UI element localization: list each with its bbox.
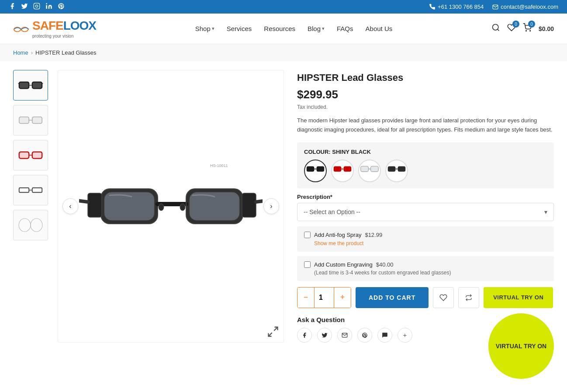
prescription-label: Prescription* — [297, 194, 554, 200]
svg-line-46 — [269, 333, 272, 336]
share-pinterest-button[interactable] — [357, 328, 372, 343]
thumbnail-1[interactable] — [13, 70, 48, 101]
breadcrumb-home[interactable]: Home — [13, 49, 28, 56]
breadcrumb-current: HIPSTER Lead Glasses — [35, 49, 96, 56]
addon-engraving-row: Add Custom Engraving $40.00 — [304, 261, 547, 268]
svg-rect-23 — [19, 152, 29, 159]
header: SAFELOOX protecting your vision Shop Ser… — [0, 14, 567, 44]
svg-point-2 — [46, 3, 47, 4]
wishlist-badge: 0 — [512, 21, 519, 28]
svg-rect-17 — [19, 117, 29, 124]
svg-point-42 — [159, 204, 164, 211]
add-to-cart-button[interactable]: ADD TO CART — [356, 287, 429, 308]
logo[interactable]: SAFELOOX protecting your vision — [13, 19, 96, 38]
addon-engraving-name: Add Custom Engraving — [314, 261, 373, 268]
addon-antifog-checkbox[interactable] — [304, 232, 311, 238]
header-icons: 0 0 $0.00 — [491, 23, 554, 34]
svg-rect-0 — [34, 3, 39, 9]
quantity-input[interactable] — [314, 287, 334, 308]
thumbnail-5[interactable] — [13, 210, 48, 240]
phone-info[interactable]: +61 1300 766 854 — [429, 3, 484, 10]
main-image-svg: HS-10011 — [79, 141, 263, 272]
compare-button[interactable] — [458, 287, 479, 308]
share-twitter-button[interactable] — [317, 328, 332, 343]
nav-resources[interactable]: Resources — [264, 25, 295, 32]
thumbnail-list — [13, 70, 52, 343]
share-email-button[interactable] — [337, 328, 352, 343]
product-info: HIPSTER Lead Glasses $299.95 Tax include… — [297, 70, 554, 343]
addon-engraving-section: Add Custom Engraving $40.00 (Lead time i… — [297, 256, 554, 281]
linkedin-link[interactable] — [45, 3, 52, 11]
social-links — [9, 3, 65, 11]
facebook-link[interactable] — [9, 3, 16, 11]
share-messenger-button[interactable] — [377, 328, 392, 343]
addon-antifog-price: $12.99 — [365, 232, 382, 238]
swatch-matte-black[interactable] — [385, 160, 408, 182]
colour-swatches — [304, 160, 547, 182]
product-area: ‹ — [0, 61, 567, 351]
thumbnail-4[interactable] — [13, 175, 48, 205]
wishlist-icon[interactable]: 0 — [507, 23, 516, 34]
next-image-button[interactable]: › — [263, 198, 279, 214]
svg-line-35 — [79, 200, 88, 202]
addon-antifog-name: Add Anti-fog Spray — [314, 232, 361, 238]
search-icon[interactable] — [491, 23, 500, 34]
svg-rect-16 — [32, 82, 42, 89]
nav-services[interactable]: Services — [227, 25, 252, 32]
svg-point-28 — [19, 219, 31, 232]
quantity-increase-button[interactable]: + — [334, 287, 351, 308]
svg-rect-18 — [32, 117, 42, 124]
swatch-clear[interactable] — [358, 160, 381, 182]
svg-rect-54 — [371, 166, 379, 171]
svg-point-6 — [492, 24, 498, 30]
thumb-img-5 — [17, 214, 44, 236]
twitter-link[interactable] — [21, 3, 28, 11]
main-nav: Shop Services Resources Blog FAQs About … — [195, 25, 393, 32]
thumbnail-3[interactable] — [13, 140, 48, 170]
prescription-select-wrap: -- Select an Option -- No Prescription S… — [297, 203, 554, 221]
quantity-decrease-button[interactable]: − — [297, 287, 314, 308]
share-more-button[interactable]: + — [398, 328, 412, 343]
wishlist-button[interactable] — [433, 287, 454, 308]
svg-rect-48 — [317, 166, 325, 171]
svg-line-7 — [498, 29, 499, 31]
top-bar: +61 1300 766 854 contact@safeloox.com — [0, 0, 567, 14]
expand-icon[interactable] — [267, 326, 279, 338]
prescription-select[interactable]: -- Select an Option -- No Prescription S… — [297, 203, 553, 221]
nav-shop[interactable]: Shop — [195, 25, 214, 32]
show-product-link[interactable]: Show me the product — [304, 240, 547, 246]
svg-rect-34 — [88, 193, 102, 217]
prescription-section: Prescription* -- Select an Option -- No … — [297, 194, 554, 221]
email-info[interactable]: contact@safeloox.com — [492, 3, 558, 10]
thumb-img-4 — [17, 179, 44, 201]
addon-engraving-checkbox[interactable] — [304, 261, 311, 268]
svg-rect-25 — [19, 188, 29, 193]
swatch-red[interactable] — [331, 160, 354, 182]
cart-badge: 0 — [528, 21, 535, 28]
tax-note: Tax included. — [297, 104, 554, 110]
instagram-link[interactable] — [33, 3, 40, 11]
thumbnail-2[interactable] — [13, 105, 48, 135]
svg-text:HS-10011: HS-10011 — [210, 163, 228, 168]
svg-rect-50 — [334, 166, 342, 171]
nav-blog[interactable]: Blog — [308, 25, 325, 32]
pinterest-link[interactable] — [58, 3, 65, 11]
swatch-shiny-black[interactable] — [304, 160, 327, 182]
nav-faqs[interactable]: FAQs — [337, 25, 353, 32]
nav-about[interactable]: About Us — [366, 25, 393, 32]
product-description: The modern Hipster lead glasses provides… — [297, 116, 554, 135]
svg-rect-53 — [361, 166, 369, 171]
virtual-overlay-label: VIRTUAL TRY ON — [491, 338, 551, 351]
prev-image-button[interactable]: ‹ — [62, 198, 78, 214]
addon-engraving-note: (Lead time is 3-4 weeks for custom engra… — [304, 270, 547, 276]
addon-antifog-row: Add Anti-fog Spray $12.99 — [304, 232, 547, 238]
svg-rect-24 — [32, 152, 42, 159]
addon-engraving-price: $40.00 — [376, 261, 394, 268]
cart-total: $0.00 — [539, 25, 554, 32]
svg-rect-40 — [242, 193, 256, 217]
virtual-try-button[interactable]: VIRTUAL TRY ON — [484, 287, 553, 308]
svg-rect-15 — [19, 82, 29, 89]
thumb-img-3 — [17, 144, 44, 166]
share-facebook-button[interactable] — [297, 328, 312, 343]
cart-icon[interactable]: 0 — [523, 23, 532, 34]
